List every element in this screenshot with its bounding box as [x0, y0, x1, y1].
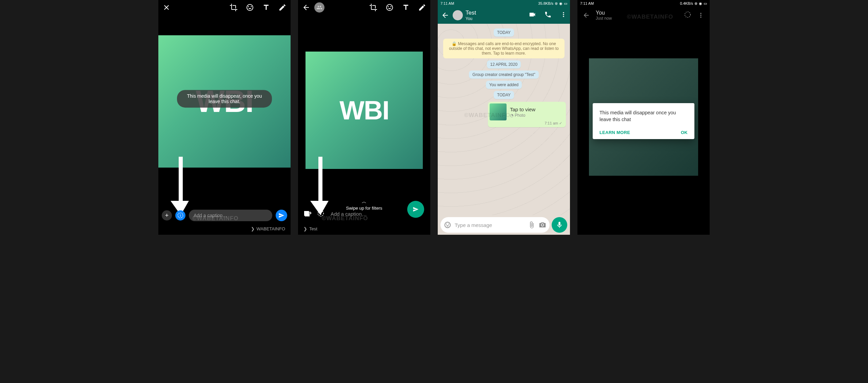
tap-to-view-label: Tap to view [510, 107, 535, 112]
view-once-toggle[interactable]: 1 [317, 210, 325, 218]
media-preview: WBI This media will disappear, once you … [158, 35, 291, 168]
ok-button[interactable]: OK [681, 130, 688, 135]
crop-icon[interactable] [369, 3, 378, 12]
status-bar: 7:11 AM 0.4KB/s⊗◉▭ [577, 0, 710, 7]
wifi-icon: ◉ [559, 1, 563, 6]
battery-icon: ▭ [564, 1, 567, 6]
chat-body: TODAY 🔒 Messages and calls are end-to-en… [438, 24, 570, 221]
screenshot-4-viewer: 7:11 AM 0.4KB/s⊗◉▭ You Just now WBI ©WAB… [577, 0, 710, 235]
camera-icon[interactable] [539, 221, 546, 229]
mic-button[interactable] [552, 217, 567, 233]
date-pill: 12 APRIL 2020 [487, 60, 521, 69]
draw-icon[interactable] [278, 3, 287, 12]
wifi-icon: ◉ [699, 1, 702, 6]
back-icon[interactable] [440, 11, 450, 20]
send-button[interactable] [407, 201, 424, 218]
add-media-button[interactable]: + [162, 210, 172, 221]
disappear-dialog: This media will disappear once you leave… [593, 103, 694, 139]
add-media-icon[interactable] [303, 210, 312, 218]
more-icon[interactable] [696, 11, 706, 20]
text-icon[interactable] [401, 3, 411, 12]
caption-input[interactable]: Add a caption… [331, 211, 398, 217]
recipient-row[interactable]: ❯ Test [298, 226, 430, 231]
date-pill: TODAY [494, 91, 514, 99]
screenshot-2-media-editor-group: WBI ︿ Swipe up for filters 1 Add a capti… [298, 0, 430, 235]
dialog-message: This media will disappear once you leave… [599, 109, 688, 123]
group-avatar[interactable] [314, 2, 324, 13]
video-call-icon[interactable] [529, 11, 536, 20]
back-icon[interactable] [581, 11, 591, 20]
timer-icon [684, 11, 691, 20]
send-button[interactable] [276, 210, 287, 221]
screenshot-1-media-editor: WBI This media will disappear, once you … [158, 0, 291, 235]
encryption-notice[interactable]: 🔒 Messages and calls are end-to-end encr… [443, 39, 565, 58]
text-icon[interactable] [261, 3, 271, 12]
draw-icon[interactable] [417, 3, 427, 12]
date-pill: TODAY [494, 28, 514, 37]
learn-more-button[interactable]: LEARN MORE [599, 130, 630, 135]
watermark: ©WABETAINFO [627, 14, 673, 20]
arrow-down-icon [169, 157, 193, 215]
view-once-toggle[interactable]: 1 [175, 210, 185, 221]
svg-text:1: 1 [320, 212, 321, 215]
no-sim-icon: ⊗ [555, 1, 558, 6]
wbi-logo: WBI [339, 95, 389, 126]
chat-name: Test [466, 9, 526, 16]
crop-icon[interactable] [229, 3, 238, 12]
watermark: ©WABETAINFO [464, 112, 511, 119]
system-pill: Group creator created group "Test" [469, 71, 538, 79]
more-icon[interactable] [560, 11, 567, 20]
chat-header[interactable]: Test You [438, 7, 570, 24]
status-bar: 7:11 AM 35.8KB/s⊗◉▭ [438, 0, 570, 7]
screenshot-3-chat: 7:11 AM 35.8KB/s⊗◉▭ Test You TODAY 🔒 Mes… [438, 0, 570, 235]
recipient-row[interactable]: ❯ WABETAINFO [158, 226, 291, 231]
no-sim-icon: ⊗ [694, 1, 697, 6]
emoji-icon[interactable] [444, 221, 451, 229]
back-icon[interactable] [301, 3, 311, 12]
message-input[interactable]: Type a message [440, 217, 550, 233]
emoji-icon[interactable] [385, 3, 394, 12]
chat-subtitle: You [466, 16, 526, 21]
message-time: 7:11 am ✓ [490, 120, 564, 126]
emoji-icon[interactable] [245, 3, 255, 12]
svg-text:1: 1 [179, 214, 181, 217]
chat-avatar[interactable] [453, 10, 463, 20]
voice-call-icon[interactable] [544, 11, 552, 20]
close-icon[interactable] [162, 3, 171, 12]
composer: Type a message [438, 215, 570, 235]
media-preview: WBI [305, 52, 423, 169]
disappear-toast: This media will disappear, once you leav… [177, 90, 272, 108]
attach-icon[interactable] [528, 221, 535, 229]
system-pill: You were added [486, 81, 522, 89]
battery-icon: ▭ [704, 1, 707, 6]
caption-input[interactable]: Add a caption… [189, 210, 272, 221]
svg-point-4 [685, 12, 691, 18]
